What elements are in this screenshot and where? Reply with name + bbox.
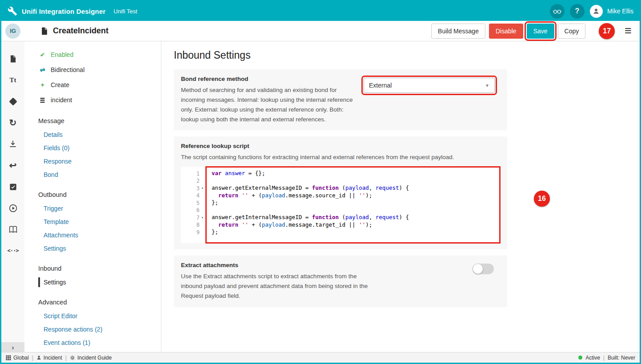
play-rail-icon[interactable] <box>8 203 18 213</box>
book-rail-icon[interactable] <box>8 224 18 234</box>
footer-label: Incident <box>44 355 62 361</box>
sidebar-item-response-actions[interactable]: Response actions (2) <box>24 323 161 336</box>
layers-icon <box>39 97 46 104</box>
status-bar: Global | Incident | Incident Guide Activ… <box>1 352 640 363</box>
collapse-rail-button[interactable]: › <box>1 342 24 352</box>
document-icon <box>40 27 49 36</box>
bidirectional-icon: ⇌ <box>39 66 46 73</box>
footer-global[interactable]: Global <box>6 355 29 361</box>
field-description: Method of searching for and validating a… <box>181 85 361 124</box>
download-rail-icon[interactable] <box>8 139 18 149</box>
sidebar-item-script-editor[interactable]: Script Editor <box>24 309 161 323</box>
user-name[interactable]: Mike Ellis <box>607 8 633 15</box>
build-message-button[interactable]: Build Message <box>431 24 485 39</box>
gutter-line: 7▾ <box>181 214 205 221</box>
gutter-line: 3▾ <box>181 184 205 192</box>
history-rail-icon[interactable]: ↻ <box>8 118 18 128</box>
environment-name: Unifi Test <box>114 8 137 15</box>
gutter-line: 2 <box>181 177 205 185</box>
sidebar-item-bond[interactable]: Bond <box>24 168 161 181</box>
record-header: IG CreateIncident Build Message Disable … <box>1 21 640 41</box>
app-title: Unifi Integration Designer <box>22 8 106 15</box>
sidebar-item-outbound-settings[interactable]: Settings <box>24 242 161 255</box>
separator: | <box>65 355 67 361</box>
check-icon: ✔ <box>39 51 46 58</box>
sidebar-item-inbound-settings[interactable]: Settings <box>24 276 161 289</box>
footer-incident-guide[interactable]: Incident Guide <box>70 355 112 361</box>
chevron-down-icon: ▼ <box>485 83 489 88</box>
document-rail-icon[interactable] <box>8 54 18 64</box>
reference-lookup-script-editor[interactable]: 123▾4567▾89 var answer = {}; answer.getE… <box>181 167 500 243</box>
sidebar-item-template[interactable]: Template <box>24 215 161 228</box>
send-rail-icon[interactable] <box>8 96 18 106</box>
grid-icon <box>6 355 11 360</box>
bond-reference-method-select[interactable]: External ▼ <box>364 78 495 93</box>
sidebar-item-attachments[interactable]: Attachments <box>24 228 161 242</box>
text-rail-icon[interactable]: Tt <box>8 75 18 85</box>
built-status-label: Built: Never <box>608 355 635 361</box>
sidebar-item-label: Create <box>51 81 69 88</box>
field-label: Bond reference method <box>181 76 361 82</box>
integration-avatar: IG <box>5 24 20 39</box>
field-description: The script containing functions for extr… <box>181 152 500 162</box>
section-title-inbound: Inbound <box>24 255 161 276</box>
person-icon <box>592 7 600 15</box>
glasses-icon <box>553 7 562 16</box>
fold-marker[interactable]: ▾ <box>200 186 205 190</box>
tasks-rail-icon[interactable] <box>8 182 18 192</box>
disable-button[interactable]: Disable <box>489 24 523 39</box>
code-line: answer.getExternalMessageID = function (… <box>212 184 497 192</box>
editor-gutter: 123▾4567▾89 <box>181 167 206 243</box>
top-bar: Unifi Integration Designer Unifi Test ? … <box>1 1 640 21</box>
code-line: return '' + (payload.message.source_id |… <box>212 192 497 200</box>
user-avatar[interactable] <box>590 5 603 18</box>
code-line <box>212 177 497 185</box>
annotation-callout-17: 17 <box>599 23 615 39</box>
gutter-line: 1 <box>181 170 205 177</box>
reply-rail-icon[interactable]: ↩ <box>8 160 18 170</box>
code-line: var answer = {}; <box>212 170 497 177</box>
gutter-line: 6 <box>181 207 205 214</box>
save-button[interactable]: Save <box>527 24 554 39</box>
footer-incident[interactable]: Incident <box>36 355 62 361</box>
field-label: Extract attachments <box>181 262 377 268</box>
person-icon <box>36 355 41 360</box>
sidebar-item-response[interactable]: Response <box>24 155 161 168</box>
icon-rail: Tt ↻ ↩ <··> › <box>1 41 24 352</box>
code-line: }; <box>212 228 497 236</box>
wrench-icon <box>8 6 17 16</box>
sidebar-item-event-actions[interactable]: Event actions (1) <box>24 336 161 349</box>
gutter-line: 4 <box>181 192 205 200</box>
sidebar-item-create[interactable]: + Create <box>24 77 161 92</box>
footer-label: Global <box>13 355 29 361</box>
section-title-advanced: Advanced <box>24 289 161 309</box>
sidebar-item-bidirectional[interactable]: ⇌ Bidirectional <box>24 62 161 77</box>
extract-attachments-card: Extract attachments Use the Extract atta… <box>174 256 507 307</box>
main-content: Inbound Settings Bond reference method M… <box>161 41 640 352</box>
code-line: }; <box>212 199 497 207</box>
code-rail-icon[interactable]: <··> <box>8 246 18 256</box>
sidebar-item-details[interactable]: Details <box>24 128 161 141</box>
fold-marker[interactable]: ▾ <box>200 216 205 220</box>
section-heading: Inbound Settings <box>174 49 640 61</box>
preview-glasses-button[interactable] <box>550 4 565 19</box>
plus-icon: + <box>39 81 46 88</box>
extract-attachments-toggle[interactable] <box>473 264 494 274</box>
footer-label: Incident Guide <box>77 355 112 361</box>
reference-lookup-card: Reference lookup script The script conta… <box>174 136 507 249</box>
active-status-label: Active <box>585 355 600 361</box>
unifi-integration-designer-window: Unifi Integration Designer Unifi Test ? … <box>0 0 641 364</box>
copy-button[interactable]: Copy <box>558 24 586 39</box>
help-button[interactable]: ? <box>570 4 585 19</box>
sidebar-item-enabled[interactable]: ✔ Enabled <box>24 47 161 62</box>
menu-icon[interactable]: ≡ <box>625 25 632 37</box>
editor-code[interactable]: var answer = {}; answer.getExternalMessa… <box>206 167 500 243</box>
gutter-line: 8 <box>181 221 205 229</box>
sidebar-item-trigger[interactable]: Trigger <box>24 202 161 215</box>
section-title-message: Message <box>24 108 161 128</box>
gutter-line: 5 <box>181 199 205 207</box>
select-value: External <box>369 82 392 89</box>
sidebar-item-fields[interactable]: Fields (0) <box>24 141 161 155</box>
field-label: Reference lookup script <box>181 143 500 149</box>
sidebar-item-incident[interactable]: incident <box>24 92 161 108</box>
